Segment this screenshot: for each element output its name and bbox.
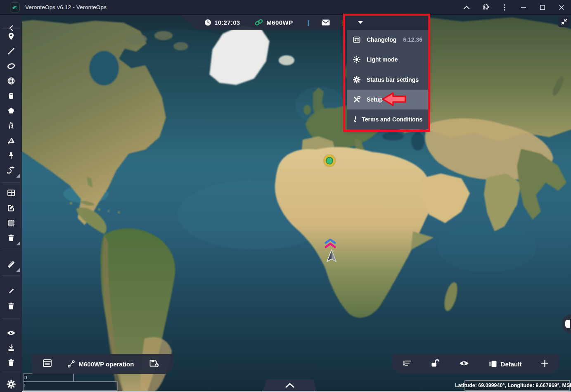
divider (2, 372, 20, 372)
route-icon (67, 360, 76, 368)
eye-icon (459, 360, 469, 367)
journal-button[interactable] (43, 359, 52, 368)
route-icon (7, 166, 16, 174)
aircraft-marker[interactable] (325, 249, 338, 263)
gear-icon (6, 379, 16, 389)
minimize-icon[interactable] (514, 0, 533, 15)
sun-icon (353, 55, 361, 64)
menu-item-light-mode[interactable]: Light mode (347, 50, 428, 69)
cone-tool[interactable] (0, 133, 22, 148)
menu-item-changelog[interactable]: Changelog 6.12.36 (347, 30, 428, 50)
operation-bar: M600WP operation (32, 354, 173, 374)
visibility-tool[interactable] (0, 325, 22, 340)
cylinder-tool[interactable] (0, 88, 22, 103)
placemark-tool[interactable] (0, 29, 22, 44)
save-operation-button[interactable] (149, 359, 159, 369)
chevron-up-icon[interactable] (457, 0, 476, 15)
terms-icon (353, 115, 356, 124)
window-title: VeronteOps v6.12 - VeronteOps (25, 4, 107, 10)
line-icon (7, 47, 15, 55)
runway-icon (7, 121, 15, 130)
save-add-icon (149, 359, 159, 368)
edit-note-tool[interactable] (0, 200, 22, 215)
separator: | (342, 19, 344, 26)
edit-square-icon (7, 204, 15, 212)
home-waypoint-marker[interactable] (324, 155, 335, 166)
collapse-view-button[interactable] (558, 16, 570, 27)
world-map[interactable] (0, 0, 571, 392)
window-controls (457, 0, 571, 14)
menu-item-terms[interactable]: Terms and Conditions (347, 109, 428, 129)
link-icon (254, 19, 263, 26)
map-overlay-box: n (23, 373, 74, 382)
messages-button[interactable] (322, 19, 330, 26)
layout-preset-name: Default (501, 361, 522, 368)
mission-time: 10:27:03 (204, 19, 240, 26)
journal-icon (43, 359, 52, 367)
polygon-tool[interactable] (0, 103, 22, 118)
overlay-text-fragment: n (24, 374, 27, 380)
cursor-position-readout: Latitude: 69.099940°, Longitude: 9.66796… (464, 380, 570, 391)
close-icon[interactable] (552, 0, 571, 15)
extensions-icon[interactable] (476, 0, 495, 15)
orbit-loop-tool[interactable] (0, 59, 22, 74)
submenu-corner-indicator (16, 242, 20, 245)
caret-down-icon (358, 21, 363, 24)
table-icon (7, 189, 15, 197)
app-menu-button[interactable] (358, 21, 363, 24)
clock-icon (204, 19, 211, 26)
table-tool[interactable] (0, 185, 22, 200)
loop-icon (7, 62, 16, 70)
operation-selector[interactable]: M600WP operation (67, 360, 134, 368)
add-view-button[interactable] (541, 360, 548, 368)
divider (2, 182, 20, 183)
settings-tool[interactable] (0, 377, 22, 392)
draw-tool[interactable] (0, 284, 22, 299)
sort-filter-button[interactable] (403, 360, 411, 368)
heading-chevrons-icon (325, 239, 336, 249)
changelog-icon (353, 36, 361, 44)
chevron-up-icon (285, 383, 294, 388)
menu-item-setup[interactable]: Setup (347, 90, 428, 109)
eye-icon (7, 330, 16, 336)
selection-tool[interactable] (0, 216, 22, 230)
erase-tool[interactable] (0, 299, 22, 314)
submenu-corner-indicator (16, 174, 20, 178)
top-status-bar: 10:27:03 M600WP | | (180, 15, 428, 30)
maximize-icon[interactable] (533, 0, 552, 15)
plus-icon (541, 360, 548, 367)
view-toolbar: Default (392, 354, 559, 374)
download-icon (7, 344, 15, 352)
pushpin-tool[interactable] (0, 148, 22, 163)
vehicle-link[interactable]: M600WP (254, 19, 293, 26)
divider (2, 275, 20, 276)
app-logo-icon (10, 2, 20, 12)
menu-item-status-bar-settings[interactable]: Status bar settings (347, 69, 428, 89)
divider (2, 318, 20, 318)
placemark-icon (7, 32, 15, 40)
setup-tools-icon (353, 95, 361, 104)
app-window: VeronteOps v6.12 - VeronteOps (0, 0, 571, 392)
globe-tool[interactable] (0, 74, 22, 88)
mail-icon (322, 19, 330, 26)
visibility-button[interactable] (459, 360, 469, 368)
runway-tool[interactable] (0, 118, 22, 133)
import-tool[interactable] (0, 340, 22, 355)
divider (2, 248, 20, 248)
layout-preset-selector[interactable]: Default (489, 360, 522, 368)
measure-line-tool[interactable] (0, 44, 22, 59)
expand-bottom-panel-tab[interactable] (263, 379, 317, 391)
clear-tool[interactable] (0, 355, 22, 370)
coordinates-text: Latitude: 69.099940°, Longitude: 9.66796… (455, 382, 571, 388)
unlock-button[interactable] (431, 359, 440, 369)
cylinder-icon (7, 92, 15, 100)
trash-icon (7, 302, 15, 310)
trash-icon (7, 234, 15, 242)
pushpin-icon (7, 151, 15, 159)
changelog-version: 6.12.36 (403, 36, 422, 43)
trash-icon (7, 359, 15, 367)
kebab-menu-icon[interactable] (495, 0, 514, 15)
collapse-arrows-icon (561, 18, 568, 25)
unlock-icon (431, 359, 440, 367)
app-dropdown-menu: Changelog 6.12.36 Light mode (347, 30, 428, 129)
